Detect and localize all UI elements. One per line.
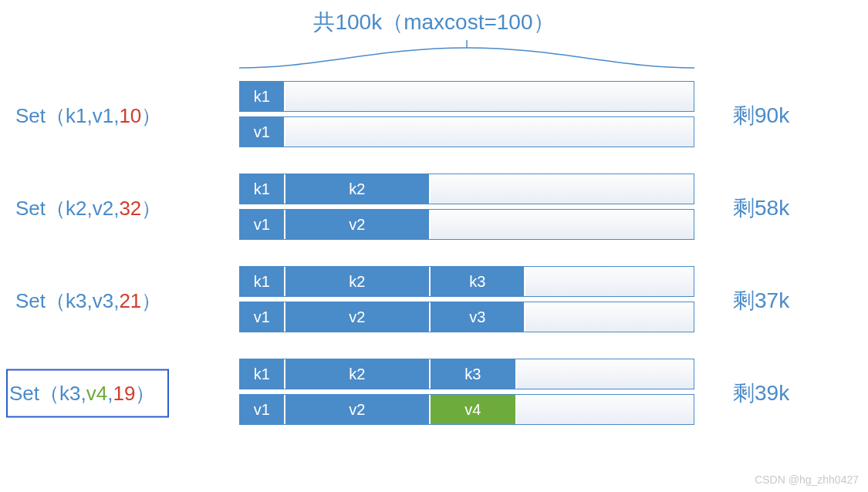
bar-area: k1k2k3v1v2v4: [239, 359, 694, 428]
segment-k1: k1: [240, 359, 285, 389]
label-part: v4: [86, 382, 107, 405]
remaining-label: 剩37k: [733, 286, 789, 315]
set-operation-label: Set（k3,v4,19）: [6, 369, 169, 418]
segment-k2: k2: [285, 359, 431, 389]
key-bar: k1k2: [239, 174, 694, 204]
remaining-label: 剩90k: [733, 101, 789, 130]
bar-area: k1v1: [239, 81, 694, 150]
set-operation-label: Set（k3,v3,21）: [15, 288, 161, 315]
segment-v2: v2: [285, 210, 431, 239]
diagram-row: Set（k3,v4,19）k1k2k3v1v2v4剩39k: [0, 359, 868, 428]
value-bar: v1: [239, 116, 694, 147]
segment-k1: k1: [240, 267, 285, 296]
key-bar: k1k2k3: [239, 359, 694, 389]
diagram-title: 共100k（maxcost=100）: [0, 8, 868, 37]
bar-area: k1k2v1v2: [239, 174, 694, 243]
key-bar: k1k2k3: [239, 266, 694, 297]
diagram-row: Set（k2,v2,32）k1k2v1v2剩58k: [0, 174, 868, 243]
segment-k2: k2: [285, 267, 431, 296]
segment-v3: v3: [431, 302, 525, 332]
diagram-row: Set（k1,v1,10）k1v1剩90k: [0, 81, 868, 150]
brace-icon: [239, 39, 694, 69]
segment-v1: v1: [240, 117, 285, 147]
key-bar: k1: [239, 81, 694, 112]
label-part: 19: [113, 382, 135, 405]
label-part: Set（k1,v1,: [15, 104, 119, 127]
segment-v1: v1: [240, 210, 285, 239]
rows-container: Set（k1,v1,10）k1v1剩90kSet（k2,v2,32）k1k2v1…: [0, 81, 868, 451]
segment-v2: v2: [285, 395, 431, 424]
segment-k3: k3: [431, 267, 525, 296]
label-part: Set（k3,: [9, 382, 86, 405]
watermark-text: CSDN @hg_zhh0427: [755, 473, 859, 486]
label-part: 10: [119, 104, 141, 127]
label-part: 21: [119, 289, 141, 312]
segment-k3: k3: [431, 359, 517, 389]
segment-v2: v2: [285, 302, 431, 332]
label-part: ）: [135, 382, 155, 405]
set-operation-label: Set（k1,v1,10）: [15, 103, 161, 130]
segment-k1: k1: [240, 82, 285, 111]
set-operation-label: Set（k2,v2,32）: [15, 195, 161, 222]
label-part: ）: [141, 289, 161, 312]
bar-area: k1k2k3v1v2v3: [239, 266, 694, 335]
value-bar: v1v2: [239, 209, 694, 240]
label-part: 32: [119, 197, 141, 220]
label-part: ）: [141, 197, 161, 220]
diagram-row: Set（k3,v3,21）k1k2k3v1v2v3剩37k: [0, 266, 868, 335]
label-part: Set（k3,v3,: [15, 289, 119, 312]
segment-v1: v1: [240, 395, 285, 424]
remaining-label: 剩58k: [733, 194, 789, 223]
label-part: Set（k2,v2,: [15, 197, 119, 220]
value-bar: v1v2v4: [239, 394, 694, 425]
segment-k1: k1: [240, 174, 285, 204]
remaining-label: 剩39k: [733, 379, 789, 408]
label-part: ）: [141, 104, 161, 127]
segment-k2: k2: [285, 174, 431, 204]
segment-v4: v4: [431, 395, 517, 424]
segment-v1: v1: [240, 302, 285, 332]
value-bar: v1v2v3: [239, 302, 694, 332]
